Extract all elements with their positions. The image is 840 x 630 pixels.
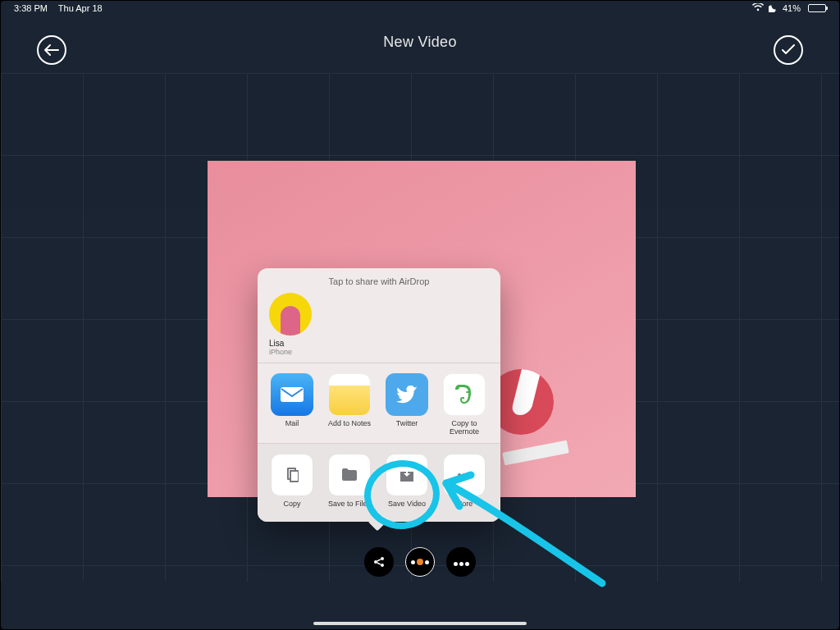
notes-icon	[328, 373, 371, 416]
mail-icon	[271, 373, 313, 416]
action-save-files[interactable]: Save to Files	[326, 454, 372, 515]
share-app-twitter[interactable]: Twitter	[384, 373, 430, 436]
twitter-icon	[386, 373, 428, 416]
dnd-moon-icon	[769, 3, 778, 14]
avatar	[269, 293, 312, 336]
share-button[interactable]	[364, 547, 394, 577]
share-app-mail[interactable]: Mail	[269, 373, 315, 436]
battery-icon	[806, 4, 826, 12]
copy-icon	[271, 454, 313, 496]
share-app-evernote[interactable]: Copy to Evernote	[441, 373, 487, 436]
status-date: Thu Apr 18	[58, 3, 103, 13]
more-icon	[443, 454, 486, 496]
page-dots-button[interactable]	[405, 547, 435, 577]
share-sheet: Tap to share with AirDrop Lisa iPhone Ma…	[258, 268, 500, 522]
done-button[interactable]	[774, 35, 803, 65]
airdrop-contact-device: iPhone	[269, 348, 292, 356]
share-app-notes[interactable]: Add to Notes	[326, 373, 372, 436]
action-save-video[interactable]: Save Video	[384, 454, 430, 515]
share-app-label: Twitter	[396, 420, 418, 435]
more-button[interactable]	[446, 547, 476, 577]
share-apps-row: Mail Add to Notes Twitter Copy to Everno…	[258, 363, 500, 444]
action-copy[interactable]: Copy	[269, 454, 315, 515]
svg-point-3	[468, 473, 471, 477]
action-label: Save to Files	[328, 500, 371, 515]
action-label: Save Video	[388, 500, 426, 515]
airdrop-contact[interactable]: Lisa iPhone	[269, 293, 318, 356]
svg-point-2	[463, 473, 466, 477]
action-more[interactable]: More	[441, 454, 487, 515]
page-title: New Video	[383, 34, 456, 51]
bottom-toolbar	[1, 547, 839, 577]
folder-icon	[328, 454, 371, 496]
status-time: 3:38 PM	[14, 3, 48, 13]
svg-point-1	[458, 473, 461, 477]
action-label: Copy	[283, 500, 300, 515]
battery-pct: 41%	[783, 3, 801, 13]
home-indicator[interactable]	[313, 622, 527, 625]
airdrop-heading: Tap to share with AirDrop	[269, 276, 489, 286]
status-bar: 3:38 PM Thu Apr 18 41%	[1, 1, 839, 16]
svg-rect-0	[281, 387, 304, 402]
wifi-icon	[752, 3, 764, 13]
share-app-label: Copy to Evernote	[441, 420, 487, 436]
share-actions-row: Copy Save to Files Save Video More	[258, 444, 500, 522]
evernote-icon	[443, 373, 486, 416]
share-app-label: Add to Notes	[328, 420, 371, 435]
svg-point-5	[381, 557, 384, 560]
airdrop-contact-name: Lisa	[269, 339, 284, 348]
share-app-label: Mail	[285, 420, 299, 435]
download-icon	[386, 454, 428, 496]
svg-point-6	[381, 564, 384, 567]
svg-point-4	[374, 560, 377, 564]
action-label: More	[456, 500, 473, 515]
